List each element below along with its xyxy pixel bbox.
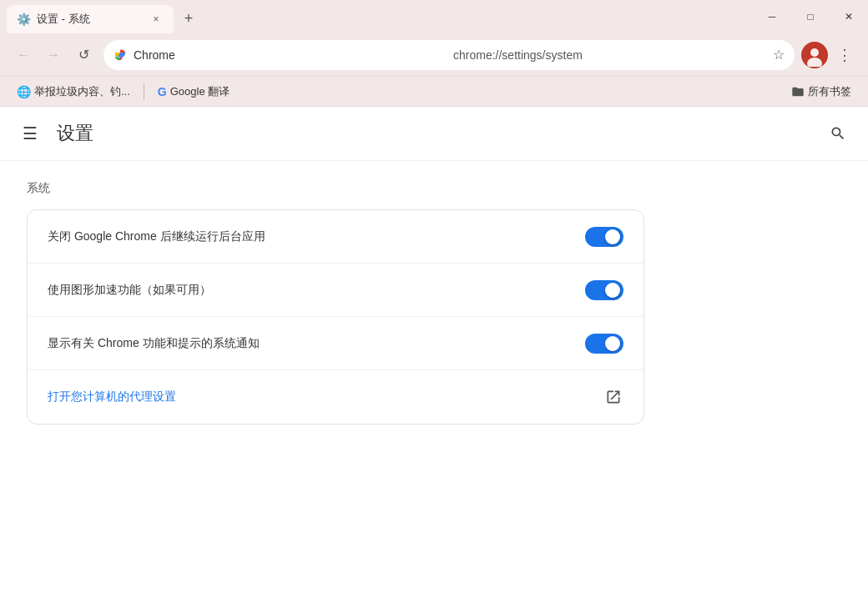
bookmarks-bar: 🌐 举报垃圾内容、钓... G Google 翻译 所有书签 [0,77,868,107]
setting-row-proxy-settings[interactable]: 打开您计算机的代理设置 [28,370,643,424]
chrome-label: Chrome [134,48,447,62]
setting-label-background-apps: 关闭 Google Chrome 后继续运行后台应用 [48,229,585,244]
toggle-background-apps[interactable] [585,227,623,247]
back-button[interactable]: ← [10,42,37,68]
setting-row-system-notifications: 显示有关 Chrome 功能和提示的系统通知 [28,317,643,370]
tab-favicon: ⚙️ [17,13,30,26]
new-tab-button[interactable]: + [177,7,200,30]
setting-label-system-notifications: 显示有关 Chrome 功能和提示的系统通知 [48,336,585,351]
maximize-button[interactable]: □ [791,0,830,33]
search-button[interactable] [825,120,851,147]
chrome-menu-button[interactable]: ⋮ [831,42,858,68]
minimize-button[interactable]: ─ [753,0,791,33]
tab-strip: ⚙️ 设置 - 系统 × + [0,0,200,33]
bookmark-item-spam[interactable]: 🌐 举报垃圾内容、钓... [10,81,137,103]
hamburger-menu-button[interactable]: ☰ [17,120,43,147]
search-icon [830,125,846,142]
setting-label-proxy-settings: 打开您计算机的代理设置 [48,389,603,404]
toggle-system-notifications[interactable] [585,334,623,354]
bookmark-favicon-2: G [158,85,167,98]
window-controls: ─ □ ✕ [753,0,868,33]
bookmarks-separator [144,83,144,100]
bookmark-item-translate[interactable]: G Google 翻译 [151,81,236,103]
bookmark-star-icon[interactable]: ☆ [773,47,785,63]
setting-label-hardware-acceleration: 使用图形加速功能（如果可用） [48,283,585,298]
nav-bar: ← → ↺ Chrome chrome://settings/system ☆ … [0,33,868,77]
setting-row-background-apps: 关闭 Google Chrome 后继续运行后台应用 [28,210,643,264]
tab-title: 设置 - 系统 [37,12,142,27]
page-body: 系统 关闭 Google Chrome 后继续运行后台应用 使用图形加速功能（如… [0,161,868,608]
address-url: chrome://settings/system [453,48,766,62]
tab-close-button[interactable]: × [149,12,164,27]
title-bar: ⚙️ 设置 - 系统 × + ─ □ ✕ [0,0,868,33]
bookmark-label-1: 举报垃圾内容、钓... [34,84,130,99]
settings-page: ☰ 设置 系统 关闭 Google Chrome 后继续运行后台应用 使用图形加… [0,107,868,608]
setting-row-hardware-acceleration: 使用图形加速功能（如果可用） [28,264,643,317]
active-tab[interactable]: ⚙️ 设置 - 系统 × [7,5,174,33]
section-title: 系统 [27,181,841,196]
folder-icon [791,85,805,98]
bookmark-label-2: Google 翻译 [170,84,230,99]
all-bookmarks-label: 所有书签 [808,84,851,99]
page-title: 设置 [57,121,93,146]
site-security-icon [114,48,127,62]
external-link-icon [603,387,623,407]
reload-button[interactable]: ↺ [70,42,97,68]
toggle-hardware-acceleration[interactable] [585,280,623,300]
address-bar[interactable]: Chrome chrome://settings/system ☆ [103,40,795,70]
svg-point-2 [810,48,819,57]
close-button[interactable]: ✕ [830,0,868,33]
forward-button[interactable]: → [40,42,67,68]
profile-button[interactable] [801,42,828,68]
settings-card: 关闭 Google Chrome 后继续运行后台应用 使用图形加速功能（如果可用… [27,209,644,425]
all-bookmarks-button[interactable]: 所有书签 [785,81,858,103]
page-header: ☰ 设置 [0,107,868,161]
bookmark-favicon-1: 🌐 [17,85,31,98]
